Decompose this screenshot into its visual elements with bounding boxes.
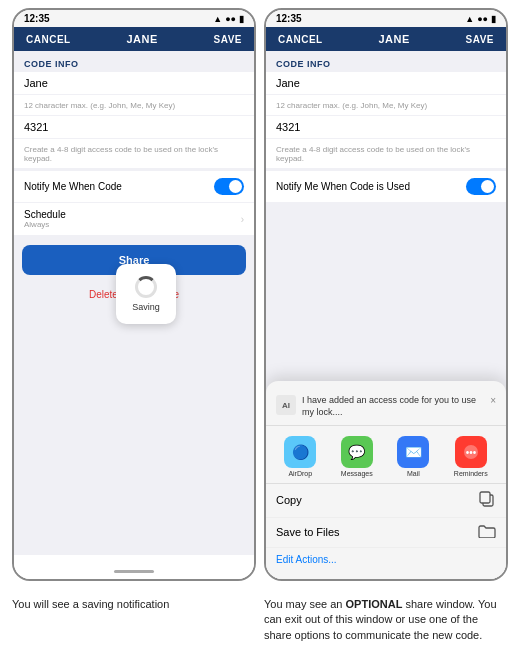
copy-icon	[478, 490, 496, 511]
spinner	[135, 276, 157, 298]
nav-title-right: JANE	[378, 33, 409, 45]
code-hint-left: Create a 4-8 digit access code to be use…	[24, 145, 244, 163]
caption-right-bold: OPTIONAL	[346, 598, 403, 610]
mail-label: Mail	[407, 470, 420, 477]
notify-row-right: Notify Me When Code is Used	[266, 171, 506, 202]
name-hint-left: 12 character max. (e.g. John, Me, My Key…	[24, 101, 244, 110]
code-hint-right: Create a 4-8 digit access code to be use…	[276, 145, 496, 163]
nav-bar-left: CANCEL JANE SAVE	[14, 27, 254, 51]
status-time-right: 12:35	[276, 13, 302, 24]
airdrop-icon: 🔵	[284, 436, 316, 468]
mail-icon: ✉️	[397, 436, 429, 468]
notify-toggle-left[interactable]	[214, 178, 244, 195]
code-hint-group-right: Create a 4-8 digit access code to be use…	[266, 139, 506, 168]
phone1-frame: 12:35 ▲ ●● ▮ CANCEL JANE SAVE CODE INFO …	[12, 8, 256, 581]
share-sheet: AI I have added an access code for you t…	[266, 381, 506, 578]
status-bar-left: 12:35 ▲ ●● ▮	[14, 10, 254, 27]
signal-icon: ●●	[225, 14, 236, 24]
save-button-right[interactable]: SAVE	[465, 34, 494, 45]
notify-toggle-right[interactable]	[466, 178, 496, 195]
name-value-right: Jane	[276, 77, 496, 89]
name-value-left: Jane	[24, 77, 244, 89]
nav-title-left: JANE	[126, 33, 157, 45]
name-hint-group-right: 12 character max. (e.g. John, Me, My Key…	[266, 95, 506, 115]
edit-actions-link[interactable]: Edit Actions...	[266, 548, 506, 571]
ai-icon: AI	[276, 395, 296, 415]
save-button-left[interactable]: SAVE	[213, 34, 242, 45]
saving-text: Saving	[132, 302, 160, 312]
status-bar-right: 12:35 ▲ ●● ▮	[266, 10, 506, 27]
home-bar-left	[114, 570, 154, 573]
name-hint-group-left: 12 character max. (e.g. John, Me, My Key…	[14, 95, 254, 115]
caption-left: You will see a saving notification	[12, 597, 256, 643]
battery-icon-right: ▮	[491, 14, 496, 24]
wifi-icon-right: ▲	[465, 14, 474, 24]
reminders-icon: •••	[455, 436, 487, 468]
copy-label: Copy	[276, 494, 302, 506]
notify-row-left: Notify Me When Code	[14, 171, 254, 202]
code-field-left: 4321	[14, 116, 254, 138]
name-field-right: Jane	[266, 72, 506, 94]
status-time-left: 12:35	[24, 13, 50, 24]
svg-text:•••: •••	[466, 447, 477, 458]
phone2-frame: 12:35 ▲ ●● ▮ CANCEL JANE SAVE CODE INFO …	[264, 8, 508, 581]
schedule-left: Schedule Always	[24, 209, 66, 229]
caption-row: You will see a saving notification You m…	[0, 589, 520, 647]
cancel-button-right[interactable]: CANCEL	[278, 34, 323, 45]
share-message-text: I have added an access code for you to u…	[302, 395, 484, 418]
chevron-icon-left: ›	[241, 214, 244, 225]
phones-row: 12:35 ▲ ●● ▮ CANCEL JANE SAVE CODE INFO …	[0, 0, 520, 589]
share-icons-row: 🔵 AirDrop 💬 Messages ✉️ Mail •••	[266, 432, 506, 484]
messages-icon: 💬	[341, 436, 373, 468]
reminders-share-item[interactable]: ••• Reminders	[454, 436, 488, 477]
status-icons-right: ▲ ●● ▮	[465, 14, 496, 24]
messages-share-item[interactable]: 💬 Messages	[341, 436, 373, 477]
status-icons-left: ▲ ●● ▮	[213, 14, 244, 24]
notify-label-right: Notify Me When Code is Used	[276, 181, 410, 192]
airdrop-label: AirDrop	[288, 470, 312, 477]
saving-overlay: Saving	[116, 264, 176, 324]
caption-right: You may see an OPTIONAL share window. Yo…	[264, 597, 508, 643]
name-hint-right: 12 character max. (e.g. John, Me, My Key…	[276, 101, 496, 110]
code-hint-group-left: Create a 4-8 digit access code to be use…	[14, 139, 254, 168]
wifi-icon: ▲	[213, 14, 222, 24]
signal-icon-right: ●●	[477, 14, 488, 24]
nav-bar-right: CANCEL JANE SAVE	[266, 27, 506, 51]
save-to-files-row[interactable]: Save to Files	[266, 518, 506, 548]
section-header-right: CODE INFO	[266, 51, 506, 72]
battery-icon: ▮	[239, 14, 244, 24]
schedule-row-left[interactable]: Schedule Always ›	[14, 203, 254, 235]
mail-share-item[interactable]: ✉️ Mail	[397, 436, 429, 477]
copy-action-row[interactable]: Copy	[266, 484, 506, 518]
section-header-left: CODE INFO	[14, 51, 254, 72]
airdrop-share-item[interactable]: 🔵 AirDrop	[284, 436, 316, 477]
share-message-row: AI I have added an access code for you t…	[266, 391, 506, 425]
cancel-button-left[interactable]: CANCEL	[26, 34, 71, 45]
phone1-container: 12:35 ▲ ●● ▮ CANCEL JANE SAVE CODE INFO …	[12, 8, 256, 581]
notify-label-left: Notify Me When Code	[24, 181, 122, 192]
code-value-right: 4321	[276, 121, 496, 133]
schedule-value-left: Always	[24, 220, 66, 229]
save-to-files-label: Save to Files	[276, 526, 340, 538]
save-to-files-icon	[478, 524, 496, 541]
svg-rect-3	[480, 492, 490, 503]
share-close-button[interactable]: ×	[490, 395, 496, 406]
messages-label: Messages	[341, 470, 373, 477]
phone2-container: 12:35 ▲ ●● ▮ CANCEL JANE SAVE CODE INFO …	[264, 8, 508, 581]
home-indicator-left	[14, 555, 254, 579]
schedule-label-left: Schedule	[24, 209, 66, 220]
code-value-left: 4321	[24, 121, 244, 133]
code-field-right: 4321	[266, 116, 506, 138]
caption-right-prefix: You may see an	[264, 598, 346, 610]
reminders-label: Reminders	[454, 470, 488, 477]
name-field-left: Jane	[14, 72, 254, 94]
